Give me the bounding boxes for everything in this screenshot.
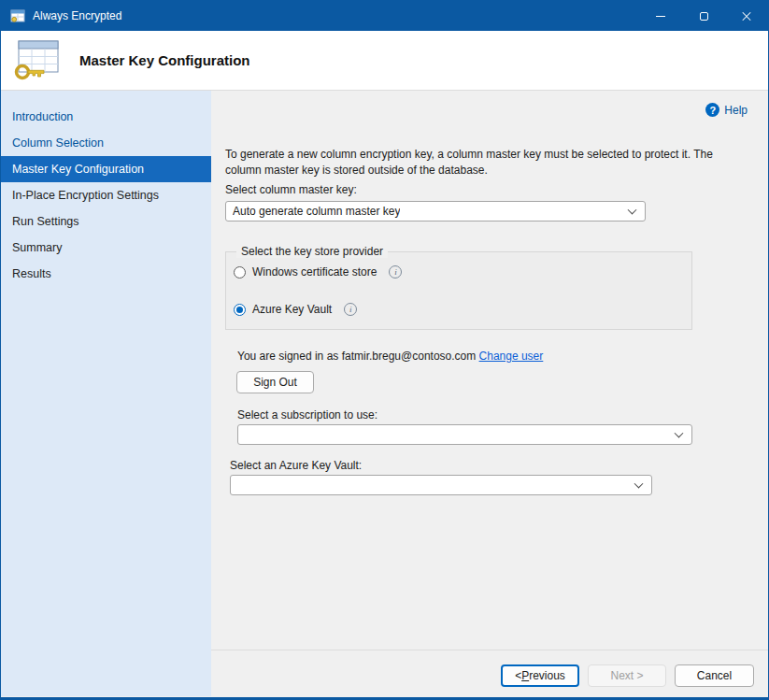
page-title: Master Key Configuration [79, 52, 250, 68]
radio-selected-icon [234, 304, 246, 316]
key-store-provider-group: Select the key store provider Windows ce… [225, 251, 692, 330]
radio-azure-key-vault[interactable]: Azure Key Vault i [234, 303, 357, 316]
always-encrypted-window: Always Encrypted Master Key Configuratio… [0, 0, 769, 700]
sidebar-item-summary[interactable]: Summary [1, 235, 211, 261]
column-master-key-value: Auto generate column master key [233, 205, 400, 218]
footer-divider [211, 650, 768, 650]
close-icon [741, 10, 752, 21]
help-link[interactable]: ? Help [705, 103, 748, 117]
master-key-label: Select column master key: [225, 183, 357, 196]
window-title: Always Encrypted [33, 9, 121, 22]
app-icon [10, 8, 25, 23]
radio-unselected-icon [234, 266, 246, 279]
sidebar-item-in-place-encryption[interactable]: In-Place Encryption Settings [1, 182, 211, 208]
change-user-link[interactable]: Change user [479, 350, 544, 363]
subscription-dropdown[interactable] [237, 424, 692, 445]
cancel-button[interactable]: Cancel [675, 664, 754, 687]
wizard-header: Master Key Configuration [1, 31, 768, 91]
previous-label-post: revious [529, 669, 565, 682]
main-content: ? Help To generate a new column encrypti… [211, 91, 768, 696]
sidebar-item-master-key-configuration[interactable]: Master Key Configuration [1, 156, 211, 182]
chevron-down-icon [628, 206, 637, 215]
radio-azure-key-vault-label: Azure Key Vault [252, 303, 332, 316]
sign-out-button[interactable]: Sign Out [236, 371, 314, 393]
sidebar-item-introduction[interactable]: Introduction [1, 104, 211, 130]
signed-in-status: You are signed in as fatmir.bregu@contos… [237, 350, 543, 363]
chevron-down-icon [634, 479, 644, 489]
master-key-table-icon [12, 38, 61, 83]
key-store-provider-legend: Select the key store provider [236, 245, 388, 258]
sidebar-item-results[interactable]: Results [1, 261, 211, 287]
info-icon[interactable]: i [344, 303, 357, 316]
footer-buttons: < Previous Next > Cancel [211, 664, 768, 687]
maximize-icon [700, 12, 708, 21]
minimize-icon [656, 16, 665, 17]
close-button[interactable] [725, 1, 768, 31]
sidebar-item-column-selection[interactable]: Column Selection [1, 130, 211, 156]
titlebar: Always Encrypted [1, 1, 768, 31]
wizard-steps-sidebar: Introduction Column Selection Master Key… [1, 91, 211, 696]
chevron-down-icon [675, 429, 684, 438]
minimize-button[interactable] [639, 1, 682, 31]
azure-key-vault-label: Select an Azure Key Vault: [230, 459, 362, 472]
description-text: To generate a new column encryption key,… [225, 147, 716, 179]
radio-windows-certificate-store[interactable]: Windows certificate store i [234, 265, 402, 279]
window-controls [639, 1, 768, 31]
subscription-label: Select a subscription to use: [237, 408, 377, 421]
signed-in-email: fatmir.bregu@contoso.com [342, 350, 477, 363]
sidebar-item-run-settings[interactable]: Run Settings [1, 208, 211, 235]
previous-button[interactable]: < Previous [501, 664, 579, 687]
signed-in-text: You are signed in as [237, 350, 338, 363]
column-master-key-dropdown[interactable]: Auto generate column master key [225, 201, 646, 221]
radio-windows-certificate-store-label: Windows certificate store [252, 265, 377, 279]
info-icon[interactable]: i [389, 265, 402, 279]
help-icon: ? [705, 103, 719, 117]
next-button[interactable]: Next > [588, 664, 666, 687]
previous-label-pre: < [515, 669, 521, 682]
previous-label-accesskey: P [521, 669, 529, 682]
azure-key-vault-dropdown[interactable] [230, 475, 652, 495]
maximize-button[interactable] [682, 1, 725, 31]
help-label: Help [724, 104, 748, 117]
